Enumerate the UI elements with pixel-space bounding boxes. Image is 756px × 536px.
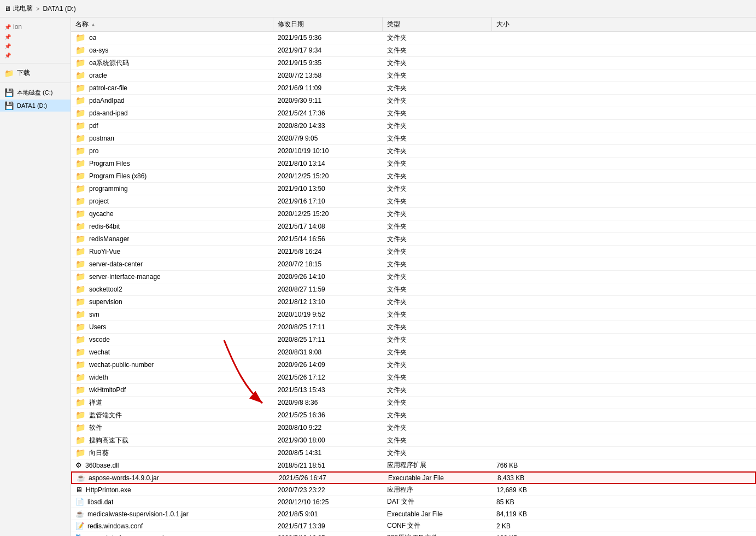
file-size-cell: [492, 220, 547, 232]
sidebar-item-d-drive[interactable]: 💾 DATA1 (D:): [0, 100, 71, 112]
file-row[interactable]: ☕ aspose-words-14.9.0.jar 2021/5/26 16:4…: [71, 471, 756, 484]
file-row[interactable]: 📁 oa-sys 2021/9/17 9:34 文件夹: [71, 44, 756, 57]
file-name-text: pda-and-ipad: [89, 109, 128, 117]
file-name-cell: 📁 oracle: [71, 69, 273, 81]
file-modified-cell: 2021/9/17 9:34: [273, 44, 383, 56]
file-row[interactable]: 🗜 server-interface-manage.zip 2020/7/13 …: [71, 532, 756, 536]
file-row[interactable]: 📁 向日葵 2020/8/5 14:31 文件夹: [71, 447, 756, 459]
file-name-text: qycache: [89, 210, 114, 218]
sidebar-divider-2: [0, 83, 71, 83]
file-size-cell: [492, 208, 547, 220]
file-row[interactable]: 📁 pda-and-ipad 2021/5/24 17:36 文件夹: [71, 107, 756, 120]
file-size-cell: [492, 409, 547, 421]
file-type-cell: 文件夹: [383, 57, 492, 69]
sidebar-pin-row-3: 📌: [0, 42, 71, 50]
file-size-cell: [492, 296, 547, 308]
file-name-cell: 📁 redisManager: [71, 233, 273, 245]
file-row[interactable]: 📁 svn 2020/10/19 9:52 文件夹: [71, 308, 756, 321]
sidebar-item-c-drive[interactable]: 💾 本地磁盘 (C:): [0, 86, 71, 98]
file-modified-cell: 2020/7/2 18:15: [273, 258, 383, 270]
file-row[interactable]: ⚙ 360base.dll 2018/5/21 18:51 应用程序扩展 766…: [71, 459, 756, 471]
file-size-cell: [492, 384, 547, 396]
file-row[interactable]: 📁 RuoYi-Vue 2021/5/8 16:24 文件夹: [71, 246, 756, 258]
file-modified-cell: 2018/5/21 18:51: [273, 459, 383, 471]
file-row[interactable]: 📁 server-interface-manage 2020/9/26 14:1…: [71, 271, 756, 283]
file-row[interactable]: 🖥 HttpPrinton.exe 2020/7/23 23:22 应用程序 1…: [71, 484, 756, 496]
file-row[interactable]: 📁 Program Files (x86) 2020/12/25 15:20 文…: [71, 170, 756, 183]
col-header-modified[interactable]: 修改日期: [273, 18, 383, 31]
file-row[interactable]: 📁 redis-64bit 2021/5/17 14:08 文件夹: [71, 220, 756, 233]
file-row[interactable]: 📁 sockettool2 2020/8/27 11:59 文件夹: [71, 283, 756, 296]
file-modified-cell: 2020/7/23 23:22: [273, 484, 383, 496]
file-name-text: patrol-car-file: [89, 84, 127, 92]
file-row[interactable]: 📁 软件 2020/8/10 9:22 文件夹: [71, 422, 756, 434]
file-name-text: wideth: [89, 374, 108, 381]
file-row[interactable]: 📁 pro 2020/10/19 10:10 文件夹: [71, 145, 756, 158]
file-size-cell: [492, 132, 547, 144]
file-name-text: supervision: [89, 298, 122, 306]
file-modified-cell: 2020/12/25 15:20: [273, 170, 383, 182]
file-name-cell: 📁 RuoYi-Vue: [71, 246, 273, 258]
file-row[interactable]: 📁 oa 2021/9/15 9:36 文件夹: [71, 32, 756, 44]
file-row[interactable]: 📁 qycache 2020/12/25 15:20 文件夹: [71, 208, 756, 220]
file-row[interactable]: 📁 wechat-public-number 2020/9/26 14:09 文…: [71, 359, 756, 371]
file-size-cell: [492, 447, 547, 459]
file-row[interactable]: 📁 搜狗高速下载 2021/9/30 18:00 文件夹: [71, 434, 756, 447]
sidebar: 📌 ion 📌 📌 📌 📁 下载 💾 本地磁盘 (C:): [0, 18, 71, 536]
file-list[interactable]: 📁 oa 2021/9/15 9:36 文件夹 📁 oa-sys 2021/9/…: [71, 32, 756, 536]
file-type-cell: 文件夹: [383, 447, 492, 459]
col-header-name[interactable]: 名称 ▲: [71, 18, 273, 31]
file-row[interactable]: 📁 pdf 2020/8/20 14:33 文件夹: [71, 120, 756, 132]
col-header-type[interactable]: 类型: [383, 18, 492, 31]
file-name-cell: 📁 wkHtmltoPdf: [71, 384, 273, 396]
file-row[interactable]: 📁 wechat 2020/8/31 9:08 文件夹: [71, 346, 756, 359]
sidebar-item-download[interactable]: 📁 下载: [0, 67, 71, 79]
file-size-cell: 85 KB: [492, 496, 547, 508]
file-name-text: oa: [89, 34, 96, 42]
file-name-cell: 📁 Program Files (x86): [71, 170, 273, 182]
file-size-cell: 8,433 KB: [493, 473, 548, 483]
breadcrumb-sep-1: >: [36, 5, 39, 12]
file-name-cell: 📁 supervision: [71, 296, 273, 308]
file-row[interactable]: 📁 oa系统源代码 2021/9/15 9:35 文件夹: [71, 57, 756, 69]
file-size-cell: [492, 44, 547, 56]
file-size-cell: [492, 258, 547, 270]
file-row[interactable]: 📁 patrol-car-file 2021/6/9 11:09 文件夹: [71, 82, 756, 95]
file-row[interactable]: 📁 supervision 2021/8/12 13:10 文件夹: [71, 296, 756, 308]
file-row[interactable]: 📁 wkHtmltoPdf 2021/5/13 15:43 文件夹: [71, 384, 756, 397]
file-row[interactable]: 📁 Users 2020/8/25 17:11 文件夹: [71, 321, 756, 334]
file-size-cell: [492, 346, 547, 358]
file-row[interactable]: 📁 监管端文件 2021/5/25 16:36 文件夹: [71, 409, 756, 422]
file-type-cell: 文件夹: [383, 195, 492, 207]
file-row[interactable]: 📁 wideth 2021/5/26 17:12 文件夹: [71, 371, 756, 384]
file-row[interactable]: 📁 禅道 2020/9/8 8:36 文件夹: [71, 397, 756, 409]
file-name-cell: 📁 wechat: [71, 346, 273, 358]
file-name-text: svn: [89, 311, 99, 318]
file-row[interactable]: 📁 redisManager 2021/5/14 16:56 文件夹: [71, 233, 756, 246]
file-row[interactable]: 📁 pdaAndIpad 2020/9/30 9:11 文件夹: [71, 95, 756, 107]
file-row[interactable]: 📁 postman 2020/7/9 9:05 文件夹: [71, 132, 756, 145]
file-row[interactable]: 📁 project 2021/9/16 17:10 文件夹: [71, 195, 756, 208]
file-name-text: Program Files: [89, 160, 130, 167]
file-row[interactable]: 📁 oracle 2020/7/2 13:58 文件夹: [71, 69, 756, 82]
file-row[interactable]: 📁 server-data-center 2020/7/2 18:15 文件夹: [71, 258, 756, 271]
breadcrumb-item-drive[interactable]: DATA1 (D:): [43, 5, 75, 13]
file-row[interactable]: ☕ medicalwaste-supervision-1.0.1.jar 202…: [71, 508, 756, 520]
file-size-cell: 84,119 KB: [492, 508, 547, 520]
file-type-cell: 360压缩 ZIP 文件: [383, 532, 492, 536]
file-modified-cell: 2021/8/12 13:10: [273, 296, 383, 308]
file-modified-cell: 2020/9/26 14:10: [273, 271, 383, 283]
breadcrumb-item-computer[interactable]: 此电脑: [13, 4, 33, 13]
file-row[interactable]: 📝 redis.windows.conf 2021/5/17 13:39 CON…: [71, 520, 756, 532]
file-row[interactable]: 📁 Program Files 2021/8/10 13:14 文件夹: [71, 158, 756, 170]
file-size-cell: [492, 158, 547, 170]
file-row[interactable]: 📁 programming 2021/9/10 13:50 文件夹: [71, 183, 756, 195]
col-header-size[interactable]: 大小: [492, 18, 547, 31]
file-row[interactable]: 📁 vscode 2020/8/25 17:11 文件夹: [71, 334, 756, 346]
file-name-text: oa-sys: [89, 46, 108, 54]
file-type-cell: 文件夹: [383, 321, 492, 333]
col-name-label: 名称: [75, 20, 89, 29]
file-name-text: oracle: [89, 72, 107, 79]
file-row[interactable]: 📄 libsdi.dat 2020/12/10 16:25 DAT 文件 85 …: [71, 496, 756, 508]
file-type-cell: Executable Jar File: [383, 508, 492, 520]
